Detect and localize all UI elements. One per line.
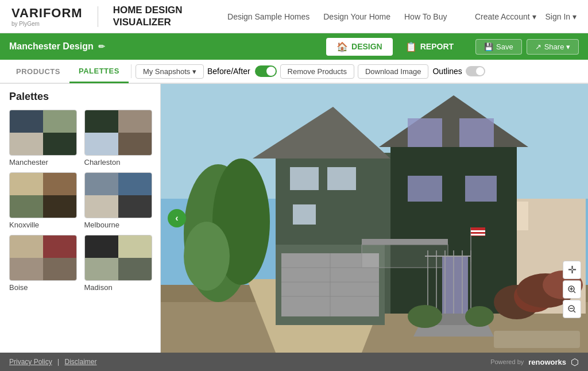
download-image-button[interactable]: Download Image <box>358 64 429 79</box>
house-visualization <box>161 84 588 353</box>
nav-design-your-home[interactable]: Design Your Home <box>323 12 390 21</box>
swatch-cell <box>118 133 152 155</box>
svg-rect-45 <box>471 230 485 232</box>
nav-links: Design Sample Homes Design Your Home How… <box>200 12 475 21</box>
footer: Privacy Policy | Disclaimer Powered by r… <box>0 353 588 371</box>
visualizer-brand: HOME DESIGN VISUALIZER <box>113 5 183 28</box>
svg-point-40 <box>465 306 494 327</box>
design-bar: Manchester Design ✏ 🏠 DESIGN 📋 REPORT 💾 … <box>0 33 588 60</box>
zoom-out-icon <box>568 305 576 313</box>
palette-swatch-manchester <box>9 110 77 156</box>
palette-item-charleston[interactable]: Charleston <box>84 110 154 167</box>
home-design-text: HOME DESIGN <box>113 5 183 16</box>
share-icon: ↗ <box>535 42 541 51</box>
tab-products[interactable]: PRODUCTS <box>7 60 69 83</box>
palette-item-madison[interactable]: Madison <box>84 235 154 292</box>
palette-label-knoxville: Knoxville <box>9 221 79 229</box>
svg-line-56 <box>574 311 575 312</box>
renoworks-icon: ⬡ <box>571 357 579 368</box>
swatch-cell <box>43 258 76 280</box>
palette-item-manchester[interactable]: Manchester <box>9 110 79 167</box>
svg-rect-28 <box>465 176 497 202</box>
svg-point-7 <box>184 222 230 291</box>
left-panel-inner: Palettes Manchester <box>0 84 160 299</box>
footer-powered-by: Powered by renoworks ⬡ <box>490 357 579 368</box>
report-tab-icon: 📋 <box>405 41 417 52</box>
toolbar: PRODUCTS PALETTES My Snapshots ▾ Before/… <box>0 60 588 84</box>
toolbar-divider-1 <box>131 64 131 78</box>
share-button[interactable]: ↗ Share ▾ <box>527 39 579 55</box>
palette-swatch-knoxville <box>9 172 77 218</box>
remove-products-label: Remove Products <box>288 67 347 76</box>
swatch-cell <box>10 195 43 218</box>
visualizer-text: VISUALIZER <box>113 17 183 28</box>
before-after-toggle[interactable] <box>255 65 277 77</box>
swatch-cell <box>10 133 43 155</box>
main-content: Palettes Manchester <box>0 84 588 353</box>
svg-rect-46 <box>471 234 485 235</box>
zoom-out-button[interactable] <box>563 300 581 318</box>
tab-palettes[interactable]: PALETTES <box>69 60 129 83</box>
svg-rect-23 <box>327 167 356 190</box>
powered-by-text: Powered by <box>490 358 524 365</box>
svg-rect-20 <box>362 239 448 245</box>
snapshots-button[interactable]: My Snapshots ▾ <box>136 64 204 79</box>
footer-divider: | <box>57 358 59 366</box>
swatch-cell <box>10 110 43 133</box>
zoom-in-button[interactable] <box>563 280 581 299</box>
swatch-cell <box>85 173 118 195</box>
design-tabs: 🏠 DESIGN 📋 REPORT <box>326 38 464 56</box>
footer-links: Privacy Policy | Disclaimer <box>9 358 97 366</box>
outlines-group: Outlines <box>432 66 485 76</box>
swatch-cell <box>43 173 76 195</box>
swatch-cell <box>85 235 118 258</box>
palette-swatch-melbourne <box>84 172 152 218</box>
tab-design[interactable]: 🏠 DESIGN <box>326 38 393 56</box>
palette-swatch-boise <box>9 235 77 281</box>
swatch-cell <box>10 235 43 258</box>
palette-label-melbourne: Melbourne <box>84 221 154 229</box>
zoom-move-button[interactable]: ✛ <box>563 261 581 279</box>
image-area: ‹ ✛ <box>161 84 588 353</box>
sign-in-link[interactable]: Sign In ▾ <box>546 12 577 21</box>
variform-logo: VARIFORM by PlyGem <box>11 6 83 27</box>
swatch-cell <box>85 133 118 155</box>
tab-report[interactable]: 📋 REPORT <box>395 38 464 56</box>
remove-products-button[interactable]: Remove Products <box>280 64 354 79</box>
zoom-in-icon <box>568 285 576 293</box>
logo-divider <box>98 6 98 27</box>
share-label: Share ▾ <box>544 42 570 51</box>
swatch-cell <box>85 110 118 133</box>
snapshots-label: My Snapshots ▾ <box>143 67 196 76</box>
outlines-toggle[interactable] <box>466 66 485 76</box>
svg-point-39 <box>408 305 442 328</box>
project-name-area: Manchester Design ✏ <box>9 41 326 52</box>
disclaimer-link[interactable]: Disclaimer <box>65 358 97 366</box>
palette-grid: Manchester Charleston <box>9 110 153 292</box>
svg-rect-47 <box>494 331 580 348</box>
palettes-title: Palettes <box>9 91 153 103</box>
palette-item-boise[interactable]: Boise <box>9 235 79 292</box>
swatch-cell <box>118 195 152 218</box>
save-icon: 💾 <box>484 42 493 51</box>
create-account-link[interactable]: Create Account ▾ <box>475 12 536 21</box>
palette-label-charleston: Charleston <box>84 158 154 167</box>
svg-rect-27 <box>408 176 442 202</box>
palette-item-knoxville[interactable]: Knoxville <box>9 172 79 229</box>
swatch-cell <box>118 235 152 258</box>
swatch-cell <box>43 110 76 133</box>
swatch-cell <box>43 235 76 258</box>
swatch-cell <box>43 195 76 218</box>
nav-design-sample-homes[interactable]: Design Sample Homes <box>227 12 310 21</box>
swatch-cell <box>10 258 43 280</box>
swatch-cell <box>118 258 152 280</box>
palette-item-melbourne[interactable]: Melbourne <box>84 172 154 229</box>
outlines-label: Outlines <box>432 67 462 76</box>
before-after-group: Before/After <box>207 65 277 77</box>
edit-project-name-icon[interactable]: ✏ <box>98 42 105 51</box>
nav-how-to-buy[interactable]: How To Buy <box>404 12 447 21</box>
collapse-panel-button[interactable]: ‹ <box>168 209 186 227</box>
privacy-policy-link[interactable]: Privacy Policy <box>9 358 52 366</box>
save-button[interactable]: 💾 Save <box>475 39 522 55</box>
swatch-cell <box>43 133 76 155</box>
